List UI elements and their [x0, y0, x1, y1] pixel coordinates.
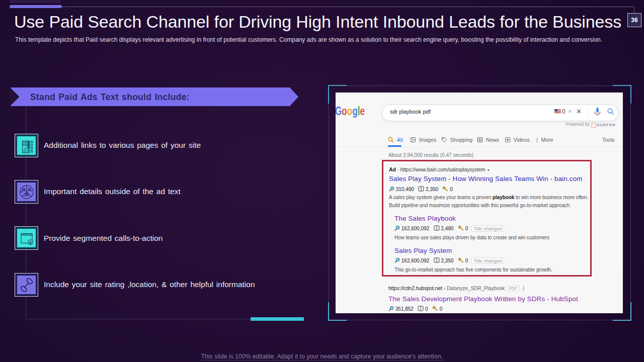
svg-text:Google: Google: [336, 106, 365, 118]
